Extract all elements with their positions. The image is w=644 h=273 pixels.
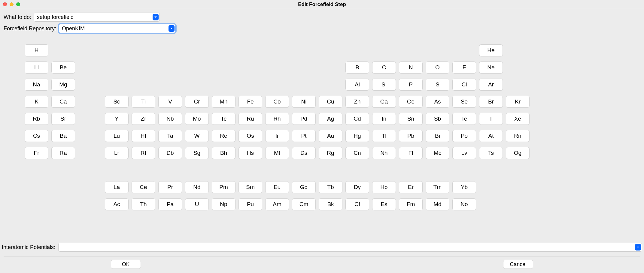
element-pu[interactable]: Pu bbox=[238, 198, 262, 210]
element-o[interactable]: O bbox=[426, 62, 449, 74]
element-b[interactable]: B bbox=[345, 62, 369, 74]
element-as[interactable]: As bbox=[426, 96, 449, 108]
element-bh[interactable]: Bh bbox=[212, 147, 235, 159]
element-sr[interactable]: Sr bbox=[51, 113, 75, 125]
element-ge[interactable]: Ge bbox=[399, 96, 423, 108]
element-og[interactable]: Og bbox=[506, 147, 530, 159]
element-i[interactable]: I bbox=[479, 113, 503, 125]
element-dy[interactable]: Dy bbox=[345, 181, 369, 193]
element-zr[interactable]: Zr bbox=[132, 113, 155, 125]
element-zn[interactable]: Zn bbox=[345, 96, 369, 108]
element-cs[interactable]: Cs bbox=[25, 130, 48, 142]
element-bk[interactable]: Bk bbox=[319, 198, 342, 210]
element-al[interactable]: Al bbox=[345, 79, 369, 91]
element-po[interactable]: Po bbox=[452, 130, 476, 142]
element-mc[interactable]: Mc bbox=[426, 147, 449, 159]
element-cn[interactable]: Cn bbox=[345, 147, 369, 159]
element-pr[interactable]: Pr bbox=[158, 181, 182, 193]
chevron-down-icon[interactable] bbox=[635, 244, 641, 250]
element-s[interactable]: S bbox=[426, 79, 449, 91]
element-nb[interactable]: Nb bbox=[158, 113, 182, 125]
chevron-down-icon[interactable] bbox=[169, 25, 175, 32]
element-bi[interactable]: Bi bbox=[426, 130, 449, 142]
element-tm[interactable]: Tm bbox=[426, 181, 449, 193]
element-ds[interactable]: Ds bbox=[292, 147, 316, 159]
close-icon[interactable] bbox=[3, 2, 7, 6]
element-hg[interactable]: Hg bbox=[345, 130, 369, 142]
element-cr[interactable]: Cr bbox=[185, 96, 209, 108]
element-w[interactable]: W bbox=[185, 130, 209, 142]
element-mt[interactable]: Mt bbox=[265, 147, 289, 159]
element-eu[interactable]: Eu bbox=[265, 181, 289, 193]
element-lu[interactable]: Lu bbox=[105, 130, 129, 142]
element-in[interactable]: In bbox=[372, 113, 396, 125]
element-ir[interactable]: Ir bbox=[265, 130, 289, 142]
element-pa[interactable]: Pa bbox=[158, 198, 182, 210]
element-ts[interactable]: Ts bbox=[479, 147, 503, 159]
element-er[interactable]: Er bbox=[399, 181, 423, 193]
element-nh[interactable]: Nh bbox=[372, 147, 396, 159]
element-he[interactable]: He bbox=[479, 44, 503, 56]
element-ne[interactable]: Ne bbox=[479, 62, 503, 74]
element-re[interactable]: Re bbox=[212, 130, 235, 142]
element-ca[interactable]: Ca bbox=[51, 96, 75, 108]
element-pd[interactable]: Pd bbox=[292, 113, 316, 125]
element-rb[interactable]: Rb bbox=[25, 113, 48, 125]
element-am[interactable]: Am bbox=[265, 198, 289, 210]
element-nd[interactable]: Nd bbox=[185, 181, 209, 193]
element-te[interactable]: Te bbox=[452, 113, 476, 125]
element-pt[interactable]: Pt bbox=[292, 130, 316, 142]
element-mn[interactable]: Mn bbox=[212, 96, 235, 108]
ok-button[interactable]: OK bbox=[111, 260, 141, 269]
repo-select[interactable]: OpenKIM bbox=[59, 24, 176, 33]
element-ni[interactable]: Ni bbox=[292, 96, 316, 108]
element-li[interactable]: Li bbox=[25, 62, 48, 74]
element-sb[interactable]: Sb bbox=[426, 113, 449, 125]
element-sn[interactable]: Sn bbox=[399, 113, 423, 125]
element-y[interactable]: Y bbox=[105, 113, 129, 125]
element-fr[interactable]: Fr bbox=[25, 147, 48, 159]
element-pm[interactable]: Pm bbox=[212, 181, 235, 193]
element-f[interactable]: F bbox=[452, 62, 476, 74]
element-yb[interactable]: Yb bbox=[452, 181, 476, 193]
element-th[interactable]: Th bbox=[132, 198, 155, 210]
element-cl[interactable]: Cl bbox=[452, 79, 476, 91]
element-os[interactable]: Os bbox=[238, 130, 262, 142]
element-sm[interactable]: Sm bbox=[238, 181, 262, 193]
element-sg[interactable]: Sg bbox=[185, 147, 209, 159]
element-mo[interactable]: Mo bbox=[185, 113, 209, 125]
element-cd[interactable]: Cd bbox=[345, 113, 369, 125]
element-cu[interactable]: Cu bbox=[319, 96, 342, 108]
element-u[interactable]: U bbox=[185, 198, 209, 210]
element-tc[interactable]: Tc bbox=[212, 113, 235, 125]
chevron-down-icon[interactable] bbox=[153, 14, 159, 20]
element-kr[interactable]: Kr bbox=[506, 96, 530, 108]
element-xe[interactable]: Xe bbox=[506, 113, 530, 125]
element-ho[interactable]: Ho bbox=[372, 181, 396, 193]
potentials-select[interactable] bbox=[58, 243, 642, 252]
element-rg[interactable]: Rg bbox=[319, 147, 342, 159]
element-ce[interactable]: Ce bbox=[132, 181, 155, 193]
element-ar[interactable]: Ar bbox=[479, 79, 503, 91]
element-br[interactable]: Br bbox=[479, 96, 503, 108]
element-fe[interactable]: Fe bbox=[238, 96, 262, 108]
element-co[interactable]: Co bbox=[265, 96, 289, 108]
element-ac[interactable]: Ac bbox=[105, 198, 129, 210]
element-hf[interactable]: Hf bbox=[132, 130, 155, 142]
element-la[interactable]: La bbox=[105, 181, 129, 193]
element-tl[interactable]: Tl bbox=[372, 130, 396, 142]
element-ba[interactable]: Ba bbox=[51, 130, 75, 142]
element-md[interactable]: Md bbox=[426, 198, 449, 210]
element-sc[interactable]: Sc bbox=[105, 96, 129, 108]
element-c[interactable]: C bbox=[372, 62, 396, 74]
element-n[interactable]: N bbox=[399, 62, 423, 74]
element-k[interactable]: K bbox=[25, 96, 48, 108]
element-at[interactable]: At bbox=[479, 130, 503, 142]
element-es[interactable]: Es bbox=[372, 198, 396, 210]
element-rh[interactable]: Rh bbox=[265, 113, 289, 125]
element-rf[interactable]: Rf bbox=[132, 147, 155, 159]
element-v[interactable]: V bbox=[158, 96, 182, 108]
element-hs[interactable]: Hs bbox=[238, 147, 262, 159]
element-db[interactable]: Db bbox=[158, 147, 182, 159]
element-ra[interactable]: Ra bbox=[51, 147, 75, 159]
